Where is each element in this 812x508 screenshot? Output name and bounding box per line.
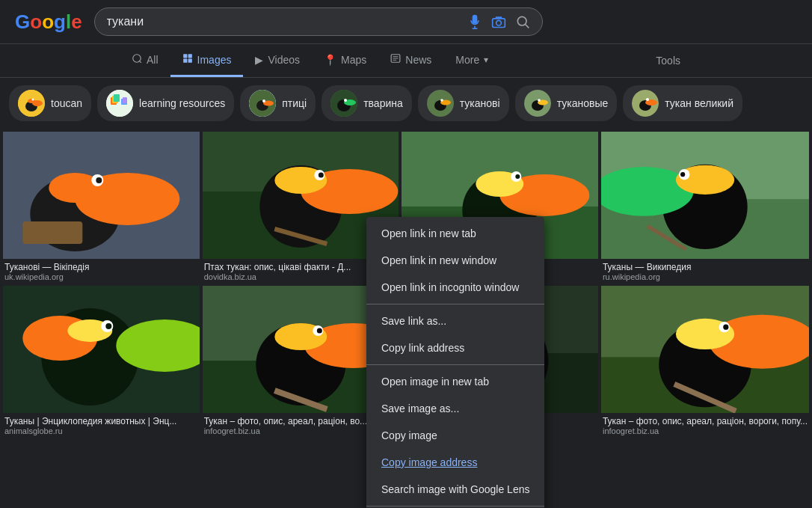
svg-point-34 bbox=[344, 99, 347, 102]
image-item-1[interactable]: Туканові — Вікіпедія uk.wikipedia.org bbox=[3, 132, 200, 283]
image-info-8: Тукан – фото, опис, ареал, раціон, ворог… bbox=[601, 413, 809, 437]
context-menu-open-image-tab[interactable]: Open image in new tab bbox=[366, 368, 544, 395]
tab-videos-label: Videos bbox=[268, 54, 300, 66]
search-icons bbox=[467, 14, 530, 29]
context-menu-save-link[interactable]: Save link as... bbox=[366, 307, 544, 334]
context-menu-open-tab[interactable]: Open link in new tab bbox=[366, 220, 544, 247]
chip-label-birds: птиці bbox=[282, 97, 307, 109]
tab-more[interactable]: More ▾ bbox=[443, 45, 500, 77]
svg-point-90 bbox=[316, 328, 322, 334]
image-source-1: uk.wikipedia.org bbox=[4, 272, 198, 281]
svg-point-83 bbox=[105, 323, 111, 329]
image-5 bbox=[3, 286, 200, 413]
svg-line-5 bbox=[525, 25, 529, 28]
microphone-icon[interactable] bbox=[467, 14, 482, 29]
svg-rect-26 bbox=[123, 97, 127, 103]
image-8 bbox=[601, 286, 809, 413]
camera-icon[interactable] bbox=[491, 14, 506, 29]
context-menu-divider-3 bbox=[366, 506, 544, 507]
related-chip-toucan[interactable]: toucan bbox=[9, 85, 91, 121]
tab-all-label: All bbox=[147, 54, 159, 66]
chip-image-toucan bbox=[18, 90, 45, 117]
chip-label-toucan: toucan bbox=[51, 97, 82, 109]
related-chip-learning[interactable]: learning resources bbox=[97, 85, 234, 121]
svg-point-52 bbox=[96, 177, 102, 183]
svg-point-20 bbox=[32, 99, 34, 101]
context-menu-copy-link[interactable]: Copy link address bbox=[366, 334, 544, 361]
maps-icon: 📍 bbox=[324, 54, 336, 66]
news-icon bbox=[390, 53, 401, 66]
image-source-8: infoogret.biz.ua bbox=[603, 426, 808, 435]
image-info-1: Туканові — Вікіпедія uk.wikipedia.org bbox=[3, 259, 200, 283]
tab-videos[interactable]: ▶ Videos bbox=[243, 45, 312, 77]
google-logo[interactable]: Google bbox=[15, 10, 82, 34]
chip-image-tukanovi bbox=[427, 90, 454, 117]
svg-rect-21 bbox=[106, 90, 133, 117]
context-menu-copy-image[interactable]: Copy image bbox=[366, 422, 544, 449]
search-tabs: All Images ▶ Videos 📍 Maps News More ▾ T… bbox=[0, 44, 812, 78]
image-title-8: Тукан – фото, опис, ареал, раціон, ворог… bbox=[603, 416, 808, 426]
image-source-5: animalsglobe.ru bbox=[4, 426, 198, 435]
tab-news-label: News bbox=[405, 54, 431, 66]
chip-image-learning bbox=[106, 90, 133, 117]
images-icon bbox=[182, 53, 193, 66]
related-searches: toucan learning resources птиці bbox=[0, 78, 812, 129]
svg-point-42 bbox=[538, 99, 541, 102]
tab-maps-label: Maps bbox=[341, 54, 366, 66]
image-title-5: Туканы | Энциклопедия животных | Энц... bbox=[4, 416, 198, 426]
chip-label-animal: тварина bbox=[363, 97, 403, 109]
tab-all[interactable]: All bbox=[120, 44, 170, 77]
svg-rect-53 bbox=[22, 221, 82, 244]
related-chip-toucan-big[interactable]: тукан великий bbox=[623, 85, 742, 121]
context-menu-search-lens[interactable]: Search image with Google Lens bbox=[366, 476, 544, 503]
image-title-4: Туканы — Википедия bbox=[603, 262, 808, 272]
svg-point-30 bbox=[262, 100, 265, 102]
image-item-8[interactable]: Тукан – фото, опис, ареал, раціон, ворог… bbox=[601, 286, 809, 437]
chip-label-tukanovye: тукановые bbox=[557, 97, 609, 109]
related-chip-tukanovi[interactable]: туканові bbox=[418, 85, 509, 121]
related-chip-animal[interactable]: тварина bbox=[322, 85, 412, 121]
context-menu-open-window[interactable]: Open link in new window bbox=[366, 247, 544, 274]
chip-image-toucan-big bbox=[632, 90, 659, 117]
context-menu-save-image[interactable]: Save image as... bbox=[366, 395, 544, 422]
image-4 bbox=[601, 132, 809, 259]
tab-more-label: More bbox=[455, 54, 479, 66]
context-menu-divider-2 bbox=[366, 364, 544, 365]
chip-label-toucan-big: тукан великий bbox=[665, 97, 733, 109]
image-item-4[interactable]: Туканы — Википедия ru.wikipedia.org bbox=[601, 132, 809, 283]
image-info-5: Туканы | Энциклопедия животных | Энц... … bbox=[3, 413, 200, 437]
svg-point-46 bbox=[646, 98, 649, 101]
header: Google bbox=[0, 0, 812, 44]
tab-images[interactable]: Images bbox=[170, 44, 244, 77]
svg-point-4 bbox=[517, 16, 526, 25]
tools-button[interactable]: Tools bbox=[644, 46, 692, 76]
tab-news[interactable]: News bbox=[378, 44, 443, 77]
context-menu-open-incognito[interactable]: Open link in incognito window bbox=[366, 274, 544, 301]
chip-label-tukanovi: туканові bbox=[460, 97, 500, 109]
svg-point-3 bbox=[496, 20, 501, 25]
context-menu-copy-image-address[interactable]: Copy image address bbox=[366, 449, 544, 476]
related-chip-tukanovye[interactable]: тукановые bbox=[515, 85, 618, 121]
svg-point-105 bbox=[723, 325, 728, 330]
search-button[interactable] bbox=[515, 14, 530, 29]
related-chip-birds[interactable]: птиці bbox=[240, 85, 316, 121]
chip-label-learning: learning resources bbox=[139, 97, 225, 109]
chip-image-tukanovye bbox=[524, 90, 551, 117]
search-bar bbox=[94, 7, 543, 36]
videos-icon: ▶ bbox=[255, 54, 263, 66]
search-input[interactable] bbox=[107, 15, 460, 28]
image-1 bbox=[3, 132, 200, 259]
svg-point-68 bbox=[516, 174, 520, 179]
image-item-5[interactable]: Туканы | Энциклопедия животных | Энц... … bbox=[3, 286, 200, 437]
svg-point-19 bbox=[28, 99, 35, 103]
svg-point-60 bbox=[318, 173, 323, 178]
context-menu: Open link in new tab Open link in new wi… bbox=[366, 217, 544, 508]
tab-images-label: Images bbox=[197, 54, 232, 66]
all-icon bbox=[132, 53, 142, 66]
svg-rect-24 bbox=[114, 94, 120, 102]
chip-image-animal bbox=[330, 90, 357, 117]
context-menu-divider-1 bbox=[366, 304, 544, 305]
image-info-4: Туканы — Википедия ru.wikipedia.org bbox=[601, 259, 809, 283]
tab-maps[interactable]: 📍 Maps bbox=[312, 45, 378, 77]
svg-rect-10 bbox=[183, 59, 187, 63]
